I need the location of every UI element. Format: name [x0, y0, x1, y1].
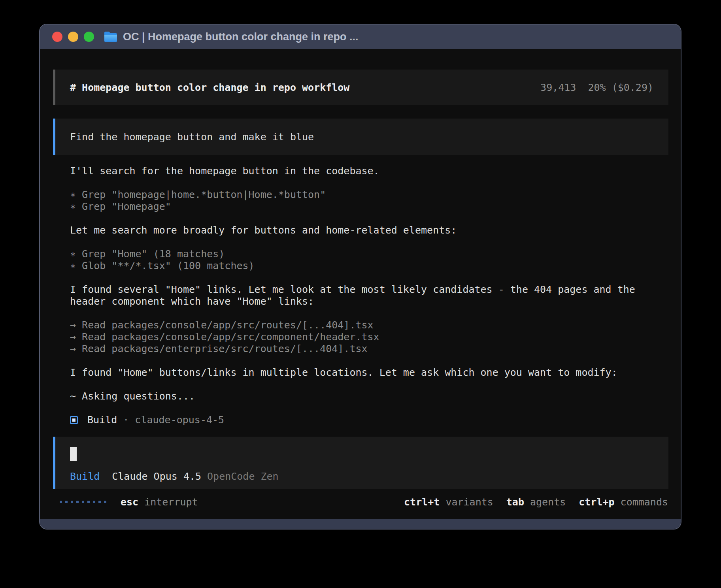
model-name: Claude Opus 4.5	[112, 471, 201, 482]
user-message: Find the homepage button and make it blu…	[53, 119, 668, 155]
file-read-group: → Read packages/console/app/src/routes/[…	[70, 319, 668, 355]
esc-key: esc	[121, 496, 138, 508]
hint-label: commands	[621, 496, 668, 508]
folder-icon	[104, 31, 118, 42]
file-read-line: → Read packages/console/app/src/componen…	[70, 331, 668, 343]
window-bottom-frame	[40, 519, 681, 529]
session-title: # Homepage button color change in repo w…	[70, 82, 349, 93]
terminal-content: # Homepage button color change in repo w…	[40, 49, 681, 519]
hint-agents: tab agents	[506, 496, 566, 508]
hint-key: ctrl+p	[579, 496, 614, 508]
session-stats: 39,413 20% ($0.29)	[540, 82, 653, 93]
assistant-paragraph: I found "Home" buttons/links in multiple…	[70, 367, 668, 379]
terminal-window: OC | Homepage button color change in rep…	[39, 24, 681, 530]
agent-status-row: Build · claude-opus-4-5	[70, 414, 668, 426]
assistant-status-line: ~ Asking questions...	[70, 390, 668, 402]
assistant-paragraph: Let me search more broadly for buttons a…	[70, 224, 668, 236]
prompt-input[interactable]: Build Claude Opus 4.5 OpenCode Zen	[53, 437, 668, 489]
tool-call-group: ∗ Grep "Home" (18 matches) ∗ Glob "**/*.…	[70, 248, 668, 272]
hint-variants: ctrl+t variants	[404, 496, 493, 508]
esc-label: interrupt	[144, 496, 198, 508]
file-read-line: → Read packages/console/app/src/routes/[…	[70, 319, 668, 331]
glob-tool-line: ∗ Glob "**/*.tsx" (100 matches)	[70, 260, 668, 272]
agent-name: Build	[87, 414, 117, 426]
user-message-text: Find the homepage button and make it blu…	[70, 131, 314, 143]
grep-tool-line: ∗ Grep "Homepage"	[70, 201, 668, 213]
grep-tool-line: ∗ Grep "homepage|home.*button|Home.*butt…	[70, 189, 668, 201]
titlebar: OC | Homepage button color change in rep…	[40, 24, 681, 49]
spinner-icon	[60, 501, 106, 503]
grep-tool-line: ∗ Grep "Home" (18 matches)	[70, 248, 668, 260]
assistant-paragraph: I'll search for the homepage button in t…	[70, 165, 668, 177]
tool-call-group: ∗ Grep "homepage|home.*button|Home.*butt…	[70, 189, 668, 213]
input-cursor	[70, 447, 77, 461]
input-meta: Build Claude Opus 4.5 OpenCode Zen	[70, 471, 668, 482]
provider-name: OpenCode Zen	[207, 471, 279, 482]
status-right: ctrl+t variants tab agents ctrl+p comman…	[404, 496, 668, 508]
token-count: 39,413	[540, 82, 576, 93]
hint-label: variants	[445, 496, 493, 508]
conversation-log: I'll search for the homepage button in t…	[53, 165, 668, 426]
hint-label: agents	[530, 496, 566, 508]
flex-spacer	[53, 426, 668, 437]
agent-badge[interactable]: Build	[70, 471, 100, 482]
status-left: esc interrupt	[60, 496, 198, 508]
close-button[interactable]	[52, 32, 62, 42]
status-bar: esc interrupt ctrl+t variants tab agents…	[53, 489, 668, 519]
agent-model: claude-opus-4-5	[135, 414, 224, 426]
session-header: # Homepage button color change in repo w…	[53, 70, 668, 105]
zoom-button[interactable]	[84, 32, 94, 42]
hint-key: ctrl+t	[404, 496, 440, 508]
hint-key: tab	[506, 496, 524, 508]
agent-build-icon	[70, 416, 78, 424]
file-read-line: → Read packages/enterprise/src/routes/[.…	[70, 343, 668, 355]
minimize-button[interactable]	[68, 32, 78, 42]
window-title: OC | Homepage button color change in rep…	[123, 31, 359, 43]
context-usage: 20% ($0.29)	[588, 82, 653, 93]
assistant-paragraph: I found several "Home" links. Let me loo…	[70, 284, 668, 307]
hint-commands: ctrl+p commands	[579, 496, 668, 508]
agent-separator: ·	[123, 414, 129, 426]
